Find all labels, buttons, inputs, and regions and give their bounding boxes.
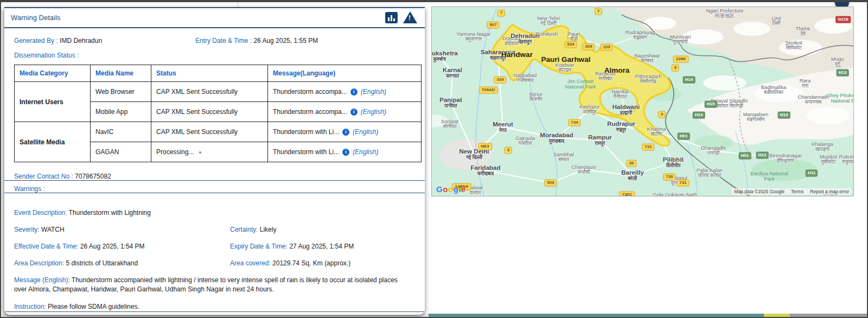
instruction-label: Instruction: [14, 303, 46, 310]
warning-area-map[interactable]: Jim Corbett National ParkBardiya Nationa… [431, 7, 854, 196]
media-name-cell: GAGAN [91, 142, 151, 162]
col-media-category: Media Category [15, 65, 91, 82]
message-language: (English) [353, 128, 378, 136]
media-name-cell: Web Browser [91, 82, 151, 102]
area-covered-value: 20129.74 Sq. Km (approx.) [272, 259, 350, 267]
page-top-divider [238, 0, 238, 7]
col-status: Status [151, 65, 268, 82]
message-text: Thunderstorm accompa... [273, 88, 347, 96]
event-description-label: Event Description: [14, 209, 67, 217]
message-language: (English) [353, 148, 378, 156]
instruction-value: Please follow SDMA guidelines. [48, 303, 139, 310]
media-name-cell: Mobile App [91, 102, 151, 122]
google-logo[interactable]: Google [436, 185, 466, 194]
status-text: Processing... [156, 148, 194, 156]
page-behind-warning-strip [764, 314, 790, 317]
panel-header: Warning Details [4, 8, 425, 28]
dissemination-status-label: Dissemination Status : [14, 52, 415, 59]
loading-dot [199, 151, 201, 154]
message-text: Thunderstorm with Li... [273, 148, 339, 156]
message-text: Thunderstorm accompa... [273, 108, 347, 116]
message-label: Message (English): [14, 276, 70, 284]
page-behind-strip [790, 314, 868, 317]
report-map-error-link[interactable]: Report a map error [810, 189, 849, 194]
expiry-date-value: 27 Aug 2025, 1:54 PM [289, 243, 354, 250]
col-media-name: Media Name [91, 65, 151, 82]
info-icon[interactable]: i [342, 149, 349, 156]
area-description-label: Area Description: [14, 259, 64, 267]
generated-by-label: Generated By : [14, 37, 58, 44]
table-row: Satellite Media NavIC CAP XML Sent Succe… [15, 122, 422, 142]
certainty-value: Likely [260, 226, 277, 233]
area-covered-label: Area covered: [230, 259, 271, 267]
status-cell: CAP XML Sent Successfully [151, 82, 268, 102]
sender-contact-row: Sender Contact No : 7078675082 [14, 173, 415, 180]
table-header-row: Media Category Media Name Status Message… [15, 65, 422, 82]
status-cell: CAP XML Sent Successfully [151, 122, 268, 142]
media-category-cell: Internet Users [15, 82, 91, 122]
warnings-label: Warnings : [14, 185, 415, 193]
sender-contact-value: 7078675082 [75, 173, 111, 180]
page-behind-map-strip [429, 314, 764, 317]
area-row: Area Description: 5 districts of Uttarak… [14, 259, 415, 267]
message-row: Message (English): Thunderstorm accompan… [14, 276, 410, 294]
map-data-credit: Map data ©2025 Google [734, 189, 784, 194]
panel-content: Generated By : IMD Dehradun Entry Date &… [4, 37, 425, 312]
warning-triangle-icon[interactable] [403, 11, 417, 23]
bar-chart-icon[interactable] [385, 12, 398, 23]
entry-date-label: Entry Date & Time : [195, 37, 252, 44]
media-name-cell: NavIC [91, 122, 151, 142]
media-category-cell: Satellite Media [15, 122, 91, 162]
divider [4, 311, 425, 312]
severity-certainty-row: Severity: WATCH Certainty: Likely [14, 226, 415, 233]
status-cell: CAP XML Sent Successfully [151, 102, 268, 122]
instruction-row: Instruction: Please follow SDMA guidelin… [14, 302, 410, 311]
area-description-value: 5 districts of Uttarakhand [66, 259, 138, 267]
map-attribution: Map data ©2025 Google Terms Report a map… [732, 188, 851, 195]
col-message-language: Message(Language) [268, 65, 422, 82]
info-icon[interactable]: i [342, 129, 349, 136]
entry-date-value: 26 Aug 2025, 1:55 PM [253, 37, 318, 44]
effective-expiry-row: Effective Date & Time: 26 Aug 2025, 1:54… [14, 243, 415, 250]
info-icon[interactable]: i [350, 109, 358, 116]
effective-date-value: 26 Aug 2025, 1:54 PM [80, 243, 145, 250]
page-title: Warning Details [11, 14, 60, 22]
effective-date-label: Effective Date & Time: [14, 243, 79, 250]
message-language: (English) [361, 88, 386, 96]
warning-details-panel: Warning Details Generated By : IMD Dehra… [4, 7, 425, 315]
dissemination-table: Media Category Media Name Status Message… [14, 65, 422, 162]
terms-link[interactable]: Terms [791, 189, 803, 194]
severity-value: WATCH [41, 226, 65, 233]
status-cell: Processing... [151, 142, 268, 162]
expiry-date-label: Expiry Date & Time: [230, 243, 288, 250]
divider [4, 193, 425, 193]
info-icon[interactable]: i [350, 88, 358, 96]
severity-label: Severity: [14, 226, 40, 233]
message-cell: Thunderstorm accompa... i (English) [268, 82, 422, 102]
china-road-badge: G219 [835, 16, 851, 23]
message-value: Thunderstorm accompanied with lightning … [14, 276, 398, 293]
table-row: Internet Users Web Browser CAP XML Sent … [15, 82, 422, 102]
event-description-value: Thunderstorm with Lightning [69, 209, 151, 217]
certainty-label: Certainty: [230, 226, 258, 233]
message-cell: Thunderstorm with Li... i (English) [268, 122, 422, 142]
event-description-row: Event Description: Thunderstorm with Lig… [14, 209, 415, 217]
map-china-road-badges: G219 [432, 7, 853, 196]
divider [4, 180, 425, 181]
message-language: (English) [361, 108, 386, 116]
message-text: Thunderstorm with Li... [273, 128, 339, 136]
message-cell: Thunderstorm accompa... i (English) [268, 102, 422, 122]
meta-row: Generated By : IMD Dehradun Entry Date &… [14, 37, 415, 44]
message-cell: Thunderstorm with Li... i (English) [268, 142, 422, 162]
sender-contact-label: Sender Contact No : [14, 173, 73, 180]
generated-by-value: IMD Dehradun [60, 37, 102, 44]
